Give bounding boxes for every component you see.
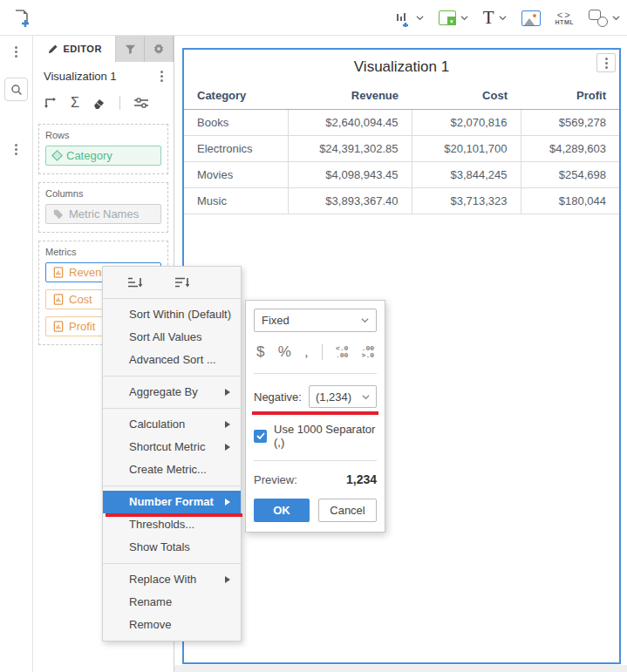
menu-item-remove[interactable]: Remove [103, 614, 241, 636]
filter-box-icon: ▾ [439, 10, 456, 25]
tab-editor-label: EDITOR [64, 44, 102, 54]
html-icon: <> HTML [555, 10, 574, 25]
left-rail [0, 36, 33, 672]
chevron-down-icon [416, 14, 424, 22]
tab-settings[interactable] [145, 36, 174, 62]
search-button[interactable] [4, 78, 28, 101]
ok-button[interactable]: OK [254, 499, 310, 522]
metric-icon [53, 321, 64, 332]
submenu-arrow-icon [225, 499, 230, 506]
menu-item-show-totals[interactable]: Show Totals [103, 536, 241, 559]
sort-ascending-icon[interactable] [127, 275, 142, 289]
cell-category[interactable]: Electronics [184, 136, 288, 162]
gear-icon [153, 43, 165, 55]
percent-format-icon[interactable]: % [278, 343, 291, 361]
format-sliders-icon[interactable] [133, 96, 149, 110]
add-image-button[interactable] [521, 10, 541, 26]
column-header-profit[interactable]: Profit [521, 82, 619, 110]
submenu-arrow-icon [225, 421, 230, 428]
menu-item-calculation[interactable]: Calculation [103, 413, 241, 436]
menu-item-replace-with[interactable]: Replace With [103, 568, 241, 591]
decrease-decimal-icon[interactable]: <.0.00 [336, 345, 348, 359]
columns-label: Columns [45, 188, 161, 199]
preview-value: 1,234 [346, 472, 377, 486]
kebab-icon [605, 58, 608, 69]
currency-format-icon[interactable]: $ [256, 343, 264, 361]
column-header-cost[interactable]: Cost [412, 82, 521, 110]
menu-item-sort-within[interactable]: Sort Within (Default) [103, 303, 241, 326]
data-grid: Category Revenue Cost Profit Books $2,64… [184, 82, 619, 214]
menu-item-number-format[interactable]: Number Format [103, 491, 241, 513]
divider [322, 344, 323, 360]
menu-item-rename[interactable]: Rename [103, 591, 241, 614]
cell-cost[interactable]: $3,713,323 [412, 188, 521, 214]
panel-menu-icon[interactable] [15, 46, 17, 58]
add-shapes-button[interactable] [589, 10, 620, 27]
sort-descending-icon[interactable] [174, 275, 189, 289]
tab-editor[interactable]: EDITOR [33, 36, 116, 62]
cell-cost[interactable]: $3,844,245 [412, 162, 521, 188]
cell-category[interactable]: Movies [184, 162, 288, 188]
cell-revenue[interactable]: $4,098,943.45 [288, 162, 412, 188]
add-filter-button[interactable]: ▾ [439, 10, 468, 25]
grid-header-row: Category Revenue Cost Profit [184, 82, 619, 110]
menu-item-create-metric[interactable]: Create Metric... [103, 458, 241, 481]
preview-label: Preview: [254, 473, 297, 486]
eraser-icon[interactable] [92, 96, 106, 110]
annotation-underline-negative [252, 411, 378, 415]
column-header-revenue[interactable]: Revenue [288, 82, 412, 110]
tag-icon [53, 209, 64, 220]
metrics-label: Metrics [45, 247, 161, 257]
chip-metric-names[interactable]: Metric Names [45, 204, 161, 224]
comma-format-icon[interactable]: , [304, 343, 309, 361]
annotation-underline-number-format [106, 513, 242, 517]
popup-buttons: OK Cancel [254, 499, 377, 522]
menu-item-aggregate-by[interactable]: Aggregate By [103, 381, 241, 404]
pencil-icon [47, 44, 58, 55]
search-icon [10, 84, 23, 96]
cell-cost[interactable]: $2,070,816 [412, 110, 521, 136]
new-page-button[interactable] [10, 7, 33, 30]
column-header-category[interactable]: Category [184, 82, 288, 110]
rail-menu-icon[interactable] [15, 144, 17, 155]
chevron-down-icon [362, 393, 370, 401]
new-page-icon [10, 7, 33, 30]
submenu-arrow-icon [225, 389, 230, 396]
visualization-options-button[interactable] [596, 53, 616, 72]
chip-category[interactable]: Category [45, 146, 161, 166]
editor-tools-row: Σ [33, 90, 174, 116]
submenu-arrow-icon [225, 576, 230, 583]
cell-profit[interactable]: $4,289,603 [521, 136, 619, 162]
menu-item-shortcut-metric[interactable]: Shortcut Metric [103, 436, 241, 458]
cell-revenue[interactable]: $2,640,094.45 [288, 110, 412, 136]
cancel-button[interactable]: Cancel [318, 499, 377, 522]
increase-decimal-icon[interactable]: .00>.0 [362, 345, 374, 359]
add-html-button[interactable]: <> HTML [555, 10, 574, 25]
swap-axes-icon[interactable] [44, 96, 58, 110]
menu-item-sort-all-values[interactable]: Sort All Values [103, 326, 241, 349]
cell-revenue[interactable]: $24,391,302.85 [288, 136, 412, 162]
cell-category[interactable]: Music [184, 188, 288, 214]
format-type-select[interactable]: Fixed [254, 309, 377, 332]
add-visualization-button[interactable] [394, 10, 424, 27]
cell-profit[interactable]: $569,278 [521, 110, 619, 136]
chevron-down-icon [499, 14, 507, 22]
add-text-button[interactable]: T [483, 9, 507, 27]
shapes-icon [589, 10, 608, 27]
divider [119, 96, 120, 110]
funnel-icon [125, 44, 136, 55]
cell-profit[interactable]: $180,044 [521, 188, 619, 214]
cell-revenue[interactable]: $3,893,367.40 [288, 188, 412, 214]
cell-cost[interactable]: $20,101,700 [412, 136, 521, 162]
cell-category[interactable]: Books [184, 110, 288, 136]
negative-format-select[interactable]: (1,234) [309, 385, 377, 408]
visualization-menu-icon[interactable] [160, 71, 163, 82]
preview-row: Preview: 1,234 [254, 472, 377, 486]
tab-filter[interactable] [116, 36, 145, 62]
cell-profit[interactable]: $254,698 [521, 162, 619, 188]
columns-dropzone: Columns Metric Names [38, 182, 168, 233]
sigma-icon[interactable]: Σ [71, 96, 79, 110]
checkbox-checked-icon[interactable] [254, 430, 267, 443]
menu-item-advanced-sort[interactable]: Advanced Sort ... [103, 349, 241, 371]
thousand-separator-option[interactable]: Use 1000 Separator (,) [254, 423, 377, 449]
